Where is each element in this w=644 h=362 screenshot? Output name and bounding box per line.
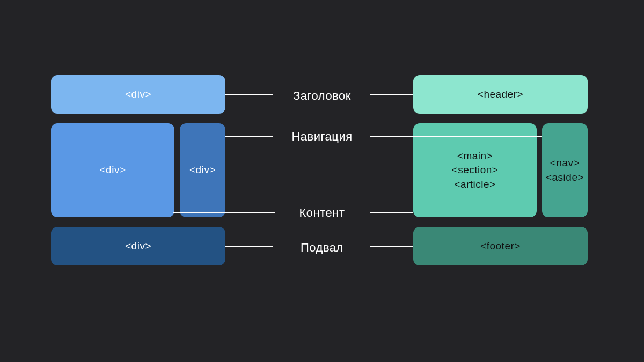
box-label: <div>: [125, 87, 151, 102]
label-footer: Подвал: [279, 241, 365, 255]
box-label: <main> <section> <article>: [452, 149, 499, 192]
box-label: <div>: [100, 163, 126, 178]
div-nav-box: <div>: [180, 123, 225, 217]
label-content: Контент: [279, 206, 365, 220]
connector-line: [370, 212, 413, 213]
box-label: <footer>: [480, 239, 521, 254]
div-content-box: <div>: [51, 123, 174, 217]
connector-line: [225, 136, 273, 137]
label-header: Заголовок: [279, 89, 365, 103]
header-box: <header>: [413, 75, 588, 114]
connector-line: [173, 212, 275, 213]
box-label: <div>: [125, 239, 151, 254]
main-content-box: <main> <section> <article>: [413, 123, 537, 217]
connector-line: [370, 246, 413, 247]
connector-line: [370, 136, 542, 137]
div-header-box: <div>: [51, 75, 225, 114]
nav-aside-box: <nav> <aside>: [542, 123, 588, 217]
footer-box: <footer>: [413, 227, 588, 265]
connector-line: [225, 246, 273, 247]
connector-line: [225, 94, 273, 95]
connector-line: [370, 94, 413, 95]
box-label: <header>: [478, 87, 523, 102]
box-label: <div>: [189, 163, 216, 178]
div-footer-box: <div>: [51, 227, 225, 265]
box-label: <nav> <aside>: [546, 156, 584, 184]
label-nav: Навигация: [279, 130, 365, 144]
